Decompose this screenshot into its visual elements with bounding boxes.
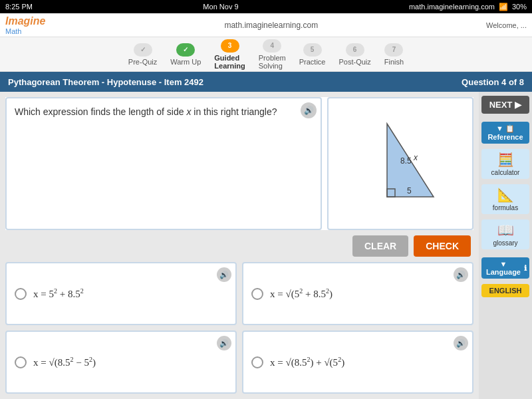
option-d-radio[interactable] — [251, 356, 263, 368]
reference-label: ▼ 📋Reference — [487, 124, 523, 141]
triangle-diagram: 8.5 5 x — [347, 117, 454, 210]
option-d-audio[interactable]: 🔊 — [454, 336, 468, 350]
option-c-radio[interactable] — [15, 356, 27, 368]
nav-practice[interactable]: 5 Practice — [295, 42, 330, 67]
nav-guided[interactable]: 3 GuidedLearning — [210, 38, 249, 71]
nav-finish[interactable]: 7 Finish — [380, 42, 408, 67]
battery-status: 30% — [512, 3, 527, 11]
nav-prequiz[interactable]: ✓ Pre-Quiz — [124, 42, 161, 67]
prequiz-icon: ✓ — [134, 43, 152, 57]
prequiz-label: Pre-Quiz — [128, 58, 157, 66]
formulas-icon: 📐 — [497, 187, 514, 203]
language-label: ▼ Language — [484, 260, 523, 276]
info-icon: ℹ — [524, 264, 527, 273]
option-c-audio[interactable]: 🔊 — [217, 336, 231, 350]
page-header: Pythagorean Theorem - Hypotenuse - Item … — [0, 72, 532, 92]
question-info: Question 4 of 8 — [462, 77, 524, 87]
glossary-label: glossary — [493, 239, 517, 247]
nav-bar: ✓ Pre-Quiz ✓ Warm Up 3 GuidedLearning 4 … — [0, 37, 532, 72]
svg-text:8.5: 8.5 — [400, 156, 412, 166]
practice-icon: 5 — [303, 43, 322, 57]
guided-label: GuidedLearning — [214, 54, 245, 70]
status-time: 8:25 PM — [5, 3, 33, 11]
warmup-label: Warm Up — [170, 58, 201, 66]
option-a[interactable]: x = 52 + 8.52 🔊 — [5, 262, 237, 325]
calculator-icon: 🧮 — [497, 152, 514, 168]
header-right: Welcome, ... — [486, 21, 527, 29]
answer-options: x = 52 + 8.52 🔊 x = √(52 + 8.52) 🔊 x = √… — [5, 262, 473, 394]
check-button[interactable]: CHECK — [414, 235, 471, 257]
next-button[interactable]: NEXT ▶ — [481, 96, 529, 114]
question-text-box: 🔊 Which expression finds the length of s… — [5, 97, 322, 230]
finish-label: Finish — [384, 58, 404, 66]
glossary-button[interactable]: 📖 glossary — [481, 219, 529, 249]
question-text: Which expression finds the length of sid… — [15, 106, 277, 117]
formulas-button[interactable]: 📐 formulas — [481, 184, 529, 214]
option-b-radio[interactable] — [251, 288, 263, 300]
action-buttons: CLEAR CHECK — [5, 235, 473, 257]
nav-postquiz[interactable]: 6 Post-Quiz — [334, 42, 374, 67]
option-c-text: x = √(8.52 − 52) — [33, 356, 96, 368]
guided-icon: 3 — [221, 39, 239, 53]
problem-label: ProblemSolving — [259, 54, 286, 70]
postquiz-label: Post-Quiz — [338, 58, 370, 66]
option-a-audio[interactable]: 🔊 — [217, 267, 231, 282]
option-b-text: x = √(52 + 8.52) — [270, 287, 332, 300]
calculator-label: calculator — [491, 169, 520, 176]
glossary-icon: 📖 — [497, 222, 514, 238]
option-c[interactable]: x = √(8.52 − 52) 🔊 — [5, 331, 237, 394]
logo-math: Math — [5, 27, 45, 35]
option-d[interactable]: x = √(8.52) + √(52) 🔊 — [242, 331, 473, 394]
logo: Imagine Math — [5, 15, 45, 35]
url-bar: math.imaginelearning.com — [56, 21, 486, 30]
content-area: 🔊 Which expression finds the length of s… — [0, 92, 479, 399]
option-a-text: x = 52 + 8.52 — [33, 287, 84, 300]
svg-text:5: 5 — [407, 186, 412, 196]
postquiz-icon: 6 — [346, 43, 364, 57]
question-audio-button[interactable]: 🔊 — [301, 102, 317, 118]
status-day: Mon Nov 9 — [203, 3, 238, 11]
option-b[interactable]: x = √(52 + 8.52) 🔊 — [242, 262, 473, 325]
practice-label: Practice — [299, 58, 326, 66]
status-url: math.imaginelearning.com — [409, 3, 495, 11]
option-b-audio[interactable]: 🔊 — [454, 267, 468, 282]
problem-icon: 4 — [263, 39, 281, 53]
calculator-button[interactable]: 🧮 calculator — [481, 149, 529, 179]
logo-imagine: Imagine — [5, 15, 45, 27]
warmup-icon: ✓ — [176, 43, 195, 57]
formulas-label: formulas — [493, 204, 518, 211]
right-sidebar: NEXT ▶ ▼ 📋Reference 🧮 calculator 📐 formu… — [479, 92, 532, 399]
question-panel: 🔊 Which expression finds the length of s… — [5, 97, 473, 230]
clear-button[interactable]: CLEAR — [352, 235, 408, 257]
nav-problem[interactable]: 4 ProblemSolving — [255, 38, 290, 71]
nav-warmup[interactable]: ✓ Warm Up — [166, 42, 205, 67]
option-a-radio[interactable] — [15, 288, 27, 300]
wifi-icon: 📶 — [499, 3, 508, 11]
option-d-text: x = √(8.52) + √(52) — [270, 356, 344, 368]
language-panel: ▼ Language ℹ — [481, 257, 529, 279]
next-label: NEXT — [489, 100, 513, 110]
finish-icon: 7 — [384, 43, 403, 57]
english-button[interactable]: ENGLISH — [481, 284, 529, 297]
app-header: Imagine Math math.imaginelearning.com We… — [0, 13, 532, 37]
reference-panel: ▼ 📋Reference — [481, 122, 529, 144]
page-title: Pythagorean Theorem - Hypotenuse - Item … — [8, 77, 203, 87]
next-arrow-icon: ▶ — [515, 100, 521, 110]
question-image-box: 8.5 5 x — [327, 97, 473, 230]
status-bar: 8:25 PM Mon Nov 9 math.imaginelearning.c… — [0, 0, 532, 13]
svg-text:x: x — [413, 153, 418, 162]
main-content: 🔊 Which expression finds the length of s… — [0, 92, 532, 399]
